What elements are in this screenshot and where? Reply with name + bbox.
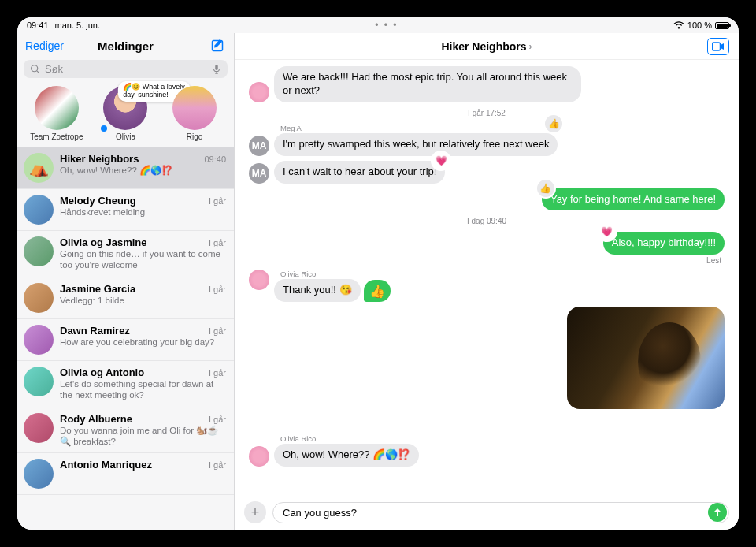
search-input[interactable]: Søk — [24, 60, 228, 78]
conversation-item[interactable]: Olivia og AntonioI går Let's do somethin… — [17, 361, 234, 407]
conversation-item[interactable]: Antonio ManriquezI går — [17, 453, 234, 495]
message-bubble[interactable]: Oh, wow! Where?? 🌈🌎⁉️ — [274, 444, 419, 467]
chevron-right-icon: › — [529, 41, 532, 52]
message-row: We are back!!! Had the most epic trip. Y… — [249, 66, 724, 102]
message-row: Olivia Rico Thank you!! 😘 👍 — [249, 270, 724, 302]
pinned-contact-olivia[interactable]: 🌈😊 What a lovely day, sunshine! Olivia — [94, 86, 156, 141]
timestamp: I går 17:52 — [249, 109, 724, 117]
arrow-up-icon — [713, 508, 722, 517]
wifi-icon — [673, 21, 684, 29]
tapback-thumbsup[interactable]: 👍 — [545, 115, 562, 132]
message-input-text: Can you guess? — [283, 507, 357, 519]
message-row: MA Meg A I'm pretty swamped this week, b… — [249, 124, 724, 156]
conversation-time: 09:40 — [204, 154, 226, 164]
message-bubble[interactable]: We are back!!! Had the most epic trip. Y… — [274, 66, 581, 102]
avatar — [24, 413, 54, 443]
conversation-item[interactable]: Rody AlbuerneI går Do you wanna join me … — [17, 407, 234, 454]
conversation-name: Rody Albuerne — [60, 413, 132, 425]
conversation-time: I går — [209, 368, 226, 378]
conversation-item[interactable]: Jasmine GarciaI går Vedlegg: 1 bilde — [17, 277, 234, 319]
message-row: Olivia Rico Oh, wow! Where?? 🌈🌎⁉️ — [249, 434, 724, 467]
status-bar: 09:41 man. 5. jun. • • • 100 % — [17, 17, 739, 33]
avatar — [24, 195, 54, 225]
conversation-name: Hiker Neighbors — [60, 153, 139, 165]
avatar — [24, 459, 54, 489]
sender-name: Meg A — [280, 124, 558, 132]
avatar — [24, 367, 54, 396]
conversation-item[interactable]: ⛺ Hiker Neighbors09:40 Oh, wow! Where?? … — [17, 147, 234, 189]
conversation-name: Olivia og Jasmine — [60, 236, 147, 248]
compose-icon[interactable] — [210, 38, 226, 54]
conversation-name: Olivia og Antonio — [60, 367, 144, 378]
pinned-row: Team Zoetrope 🌈😊 What a lovely day, suns… — [17, 83, 234, 147]
svg-rect-4 — [713, 43, 721, 50]
avatar — [24, 283, 54, 313]
pinned-contact-team-zoetrope[interactable]: Team Zoetrope — [26, 86, 87, 141]
svg-line-2 — [37, 71, 39, 73]
pinned-contact-rigo[interactable]: Rigo — [164, 86, 225, 141]
status-time: 09:41 — [27, 20, 49, 30]
message-bubble[interactable]: I'm pretty swamped this week, but relati… — [274, 133, 558, 156]
message-row: Also, happy birthday!!!! 💗 Lest — [249, 232, 724, 265]
conversation-name: Dawn Ramirez — [60, 325, 130, 337]
conversation-header: Hiker Neighbors › — [235, 33, 739, 60]
message-row: Yay for being home! And same here! 👍 — [249, 188, 724, 211]
tapback-thumbsup[interactable]: 👍 — [537, 180, 554, 197]
conversation-time: I går — [209, 196, 226, 206]
avatar — [249, 446, 269, 467]
conversation-preview: Vedlegg: 1 bilde — [60, 295, 226, 306]
battery-icon — [715, 22, 729, 29]
conversation-item[interactable]: Dawn RamirezI går How are you celebratin… — [17, 319, 234, 361]
photo-attachment[interactable] — [567, 307, 724, 409]
conversation-item[interactable]: Olivia og JasmineI går Going on this rid… — [17, 231, 234, 277]
avatar — [35, 86, 79, 130]
unread-dot — [101, 125, 107, 132]
facetime-button[interactable] — [707, 38, 729, 55]
send-button[interactable] — [708, 503, 727, 522]
tapback-heart[interactable]: 💗 — [432, 152, 450, 169]
search-icon — [30, 64, 40, 74]
timestamp: I dag 09:40 — [249, 217, 724, 225]
avatar: MA — [249, 163, 269, 184]
pinned-label: Team Zoetrope — [30, 132, 83, 141]
message-bubble[interactable]: Thank you!! 😘 — [274, 279, 361, 302]
avatar: ⛺ — [24, 153, 54, 183]
multitask-dots[interactable]: • • • — [100, 20, 673, 31]
message-bubble[interactable]: Yay for being home! And same here! — [542, 188, 724, 211]
avatar — [172, 86, 217, 130]
avatar: MA — [249, 136, 269, 156]
message-thread[interactable]: We are back!!! Had the most epic trip. Y… — [235, 60, 739, 497]
sender-name: Olivia Rico — [280, 270, 391, 278]
conversation-title[interactable]: Hiker Neighbors › — [441, 40, 532, 53]
conversation-pane: Hiker Neighbors › We are back!!! Had the… — [235, 33, 739, 530]
message-row: MA I can't wait to hear about your trip!… — [249, 161, 724, 184]
search-placeholder: Søk — [45, 63, 207, 75]
conversation-item[interactable]: Melody CheungI går Håndskrevet melding — [17, 189, 234, 231]
message-input[interactable]: Can you guess? — [272, 502, 729, 523]
dictate-icon[interactable] — [212, 64, 221, 75]
battery-percent: 100 % — [687, 20, 712, 30]
conversation-name: Antonio Manriquez — [60, 459, 152, 471]
conversation-time: I går — [209, 415, 226, 424]
conversation-list[interactable]: ⛺ Hiker Neighbors09:40 Oh, wow! Where?? … — [17, 147, 234, 530]
conversation-name: Jasmine Garcia — [60, 283, 135, 295]
avatar — [24, 325, 54, 355]
conversation-time: I går — [209, 460, 226, 470]
conversation-title-text: Hiker Neighbors — [441, 40, 526, 53]
conversation-preview: Håndskrevet melding — [60, 207, 226, 218]
avatar — [249, 82, 269, 102]
tapback-thumbsup-sent[interactable]: 👍 — [364, 280, 391, 302]
compose-bar: + Can you guess? — [235, 497, 739, 530]
status-date: man. 5. jun. — [55, 20, 100, 30]
conversation-time: I går — [209, 238, 226, 247]
pinned-label: Olivia — [116, 132, 135, 141]
message-row — [249, 307, 724, 409]
message-bubble[interactable]: Also, happy birthday!!!! — [603, 232, 724, 255]
conversation-preview: How are you celebrating your big day? — [60, 337, 226, 348]
add-attachment-button[interactable]: + — [244, 501, 266, 523]
sender-name: Olivia Rico — [280, 434, 419, 443]
message-bubble[interactable]: I can't wait to hear about your trip! — [274, 161, 445, 184]
svg-rect-3 — [215, 64, 218, 69]
avatar — [249, 270, 269, 290]
conversation-time: I går — [209, 285, 226, 294]
